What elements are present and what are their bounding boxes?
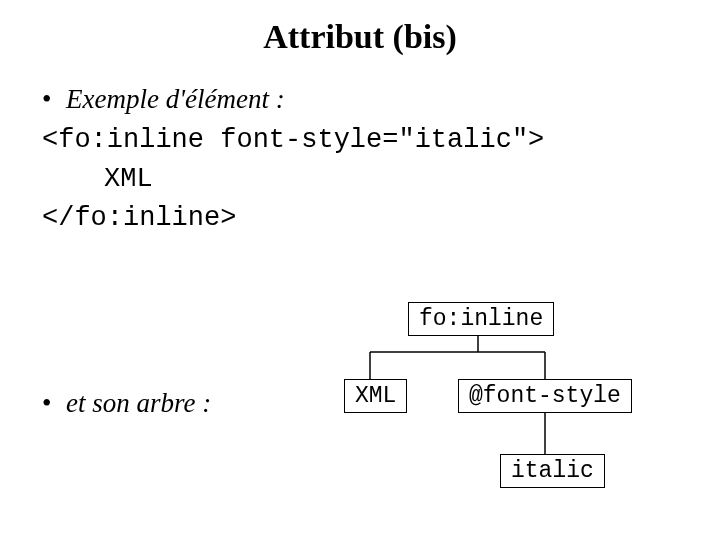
tree-connectors xyxy=(0,0,720,540)
tree-node-value: italic xyxy=(500,454,605,488)
tree-node-attr: @font-style xyxy=(458,379,632,413)
tree-node-root: fo:inline xyxy=(408,302,554,336)
tree-node-text: XML xyxy=(344,379,407,413)
